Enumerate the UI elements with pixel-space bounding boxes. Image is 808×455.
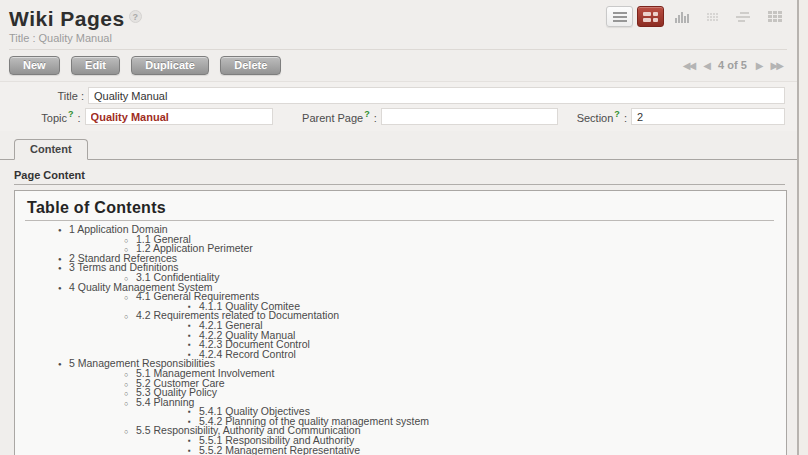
- toc-item: 4.2.3 Document Control: [25, 340, 774, 350]
- topic-label: Topic? :: [0, 109, 81, 124]
- form-view-button[interactable]: [637, 6, 664, 27]
- gantt-icon: [736, 12, 752, 22]
- form-panel: Title : Topic? : Parent Page? : Section?…: [0, 81, 797, 131]
- toc-item: 5.5.2 Management Representative: [25, 446, 774, 455]
- edit-button[interactable]: Edit: [71, 56, 120, 75]
- toc-item: 5.5 Responsibility, Authority and Commun…: [25, 426, 774, 436]
- record-subtitle: Title : Quality Manual: [9, 32, 787, 50]
- graph-view-button[interactable]: [668, 6, 695, 27]
- form-icon: [643, 12, 658, 22]
- parent-page-label: Parent Page? :: [273, 109, 377, 124]
- parent-page-input[interactable]: [381, 108, 558, 125]
- wiki-pages-window: Wiki Pages? Title : Quality Manual: [0, 0, 799, 455]
- section-input[interactable]: [631, 108, 785, 125]
- topic-input[interactable]: [85, 108, 274, 125]
- delete-button[interactable]: Delete: [220, 56, 281, 75]
- first-record-icon[interactable]: ◀◀: [683, 60, 694, 71]
- title-row: Title :: [0, 87, 785, 104]
- toc-item: 5.4 Planning: [25, 398, 774, 408]
- toc-item: 5.5.1 Responsibility and Authority: [25, 436, 774, 446]
- calendar-icon: [707, 13, 718, 21]
- toolbar: New Edit Duplicate Delete ◀◀ ◀ 4 of 5 ▶ …: [0, 50, 797, 81]
- last-record-icon[interactable]: ▶▶: [771, 60, 782, 71]
- toc-item: 4.2 Requirements related to Documentatio…: [25, 311, 774, 321]
- next-record-icon[interactable]: ▶: [756, 60, 762, 71]
- page-title: Wiki Pages: [9, 7, 125, 31]
- kanban-view-button[interactable]: [761, 6, 788, 27]
- calendar-view-button[interactable]: [699, 6, 726, 27]
- gantt-view-button[interactable]: [730, 6, 757, 27]
- view-switcher: [606, 6, 788, 27]
- toc-list: 1 Application Domain1.1 General1.2 Appli…: [25, 225, 774, 455]
- list-view-button[interactable]: [606, 6, 633, 27]
- list-icon: [613, 12, 627, 22]
- bar-chart-icon: [675, 11, 689, 23]
- topic-help-icon[interactable]: ?: [68, 109, 74, 119]
- page-content-area: Table of Contents 1 Application Domain1.…: [14, 190, 787, 455]
- help-icon[interactable]: ?: [129, 10, 142, 23]
- toc-item: 4.2.2 Quality Manual: [25, 331, 774, 341]
- record-pager: ◀◀ ◀ 4 of 5 ▶ ▶▶: [680, 59, 785, 71]
- kanban-icon: [768, 11, 782, 22]
- title-label: Title :: [0, 90, 84, 102]
- toc-title: Table of Contents: [25, 197, 774, 221]
- section-help-icon[interactable]: ?: [614, 109, 620, 119]
- toc-item: 4.1 General Requirements: [25, 292, 774, 302]
- duplicate-button[interactable]: Duplicate: [131, 56, 209, 75]
- title-input[interactable]: [88, 87, 785, 104]
- pager-text: 4 of 5: [718, 59, 747, 71]
- parent-page-help-icon[interactable]: ?: [364, 109, 370, 119]
- toc-item: 4.2.1 General: [25, 321, 774, 331]
- header: Wiki Pages? Title : Quality Manual: [0, 0, 797, 50]
- previous-record-icon[interactable]: ◀: [703, 60, 709, 71]
- tab-content[interactable]: Content: [14, 139, 88, 160]
- topic-row: Topic? : Parent Page? : Section? :: [0, 108, 785, 125]
- new-button[interactable]: New: [9, 56, 60, 75]
- tab-bar: Content: [0, 138, 797, 160]
- page-content-separator: Page Content: [14, 169, 785, 185]
- section-label: Section? :: [558, 109, 627, 124]
